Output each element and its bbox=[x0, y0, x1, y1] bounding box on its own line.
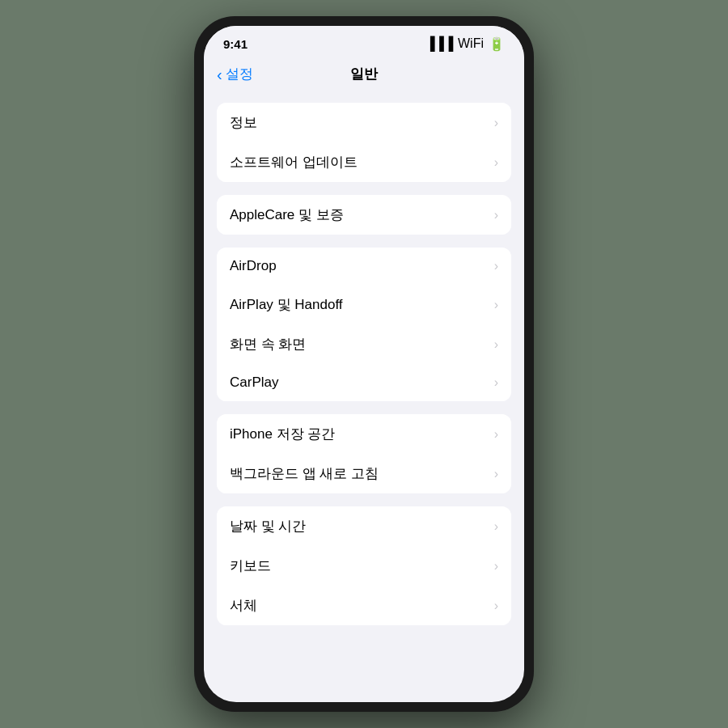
chevron-icon: › bbox=[494, 337, 498, 352]
section-group-4: iPhone 저장 공간 › 백그라운드 앱 새로 고침 › bbox=[217, 414, 511, 493]
list-item-label: AirPlay 및 Handoff bbox=[230, 295, 343, 314]
list-item-fonts[interactable]: 서체 › bbox=[217, 586, 511, 625]
status-icons: ▐▐▐ WiFi 🔋 bbox=[425, 36, 505, 52]
status-time: 9:41 bbox=[223, 37, 248, 51]
chevron-icon: › bbox=[494, 599, 498, 613]
section-group-5: 날짜 및 시간 › 키보드 › 서체 › bbox=[217, 506, 511, 625]
chevron-icon: › bbox=[494, 559, 498, 574]
section-group-3: AirDrop › AirPlay 및 Handoff › 화면 속 화면 › … bbox=[217, 248, 511, 401]
chevron-icon: › bbox=[494, 259, 498, 273]
list-item-label: 키보드 bbox=[230, 557, 271, 575]
chevron-icon: › bbox=[494, 155, 498, 170]
chevron-icon: › bbox=[494, 208, 498, 222]
phone-frame: 9:41 ▐▐▐ WiFi 🔋 ‹ 설정 일반 정보 › 소프트 bbox=[194, 16, 534, 712]
list-item-label: 화면 속 화면 bbox=[230, 335, 306, 353]
status-bar: 9:41 ▐▐▐ WiFi 🔋 bbox=[204, 26, 524, 61]
section-group-1: 정보 › 소프트웨어 업데이트 › bbox=[217, 103, 511, 182]
battery-icon: 🔋 bbox=[489, 36, 505, 52]
list-item-iphone-storage[interactable]: iPhone 저장 공간 › bbox=[217, 414, 511, 454]
list-item-keyboard[interactable]: 키보드 › bbox=[217, 546, 511, 586]
chevron-icon: › bbox=[494, 519, 498, 534]
list-item-label: CarPlay bbox=[230, 375, 278, 391]
chevron-icon: › bbox=[494, 298, 498, 312]
scroll-content[interactable]: 정보 › 소프트웨어 업데이트 › AppleCare 및 보증 › AirDr… bbox=[204, 90, 524, 702]
phone-screen: 9:41 ▐▐▐ WiFi 🔋 ‹ 설정 일반 정보 › 소프트 bbox=[204, 26, 524, 702]
list-item-label: 서체 bbox=[230, 596, 257, 615]
list-item-label: AirDrop bbox=[230, 258, 277, 274]
list-item-info[interactable]: 정보 › bbox=[217, 103, 511, 142]
navigation-bar: ‹ 설정 일반 bbox=[204, 61, 524, 90]
chevron-icon: › bbox=[494, 116, 498, 130]
chevron-icon: › bbox=[494, 427, 498, 442]
wifi-icon: WiFi bbox=[458, 36, 484, 51]
signal-icon: ▐▐▐ bbox=[425, 36, 453, 51]
chevron-icon: › bbox=[494, 375, 498, 390]
list-item-picture-in-picture[interactable]: 화면 속 화면 › bbox=[217, 324, 511, 364]
list-item-label: 정보 bbox=[230, 113, 257, 132]
back-chevron-icon: ‹ bbox=[217, 66, 222, 83]
back-label: 설정 bbox=[226, 65, 253, 83]
list-item-label: AppleCare 및 보증 bbox=[230, 205, 344, 224]
list-item-carplay[interactable]: CarPlay › bbox=[217, 364, 511, 401]
list-item-label: 백그라운드 앱 새로 고침 bbox=[230, 464, 379, 483]
list-item-label: 소프트웨어 업데이트 bbox=[230, 153, 358, 171]
list-item-label: iPhone 저장 공간 bbox=[230, 425, 335, 443]
list-item-airdrop[interactable]: AirDrop › bbox=[217, 248, 511, 285]
page-title: 일반 bbox=[350, 65, 378, 83]
list-item-software-update[interactable]: 소프트웨어 업데이트 › bbox=[217, 142, 511, 182]
list-item-background-refresh[interactable]: 백그라운드 앱 새로 고침 › bbox=[217, 454, 511, 493]
section-group-2: AppleCare 및 보증 › bbox=[217, 195, 511, 235]
list-item-airplay-handoff[interactable]: AirPlay 및 Handoff › bbox=[217, 285, 511, 324]
list-item-date-time[interactable]: 날짜 및 시간 › bbox=[217, 506, 511, 546]
chevron-icon: › bbox=[494, 467, 498, 481]
list-item-label: 날짜 및 시간 bbox=[230, 517, 306, 535]
back-button[interactable]: ‹ 설정 bbox=[217, 65, 253, 83]
list-item-applecare[interactable]: AppleCare 및 보증 › bbox=[217, 195, 511, 235]
